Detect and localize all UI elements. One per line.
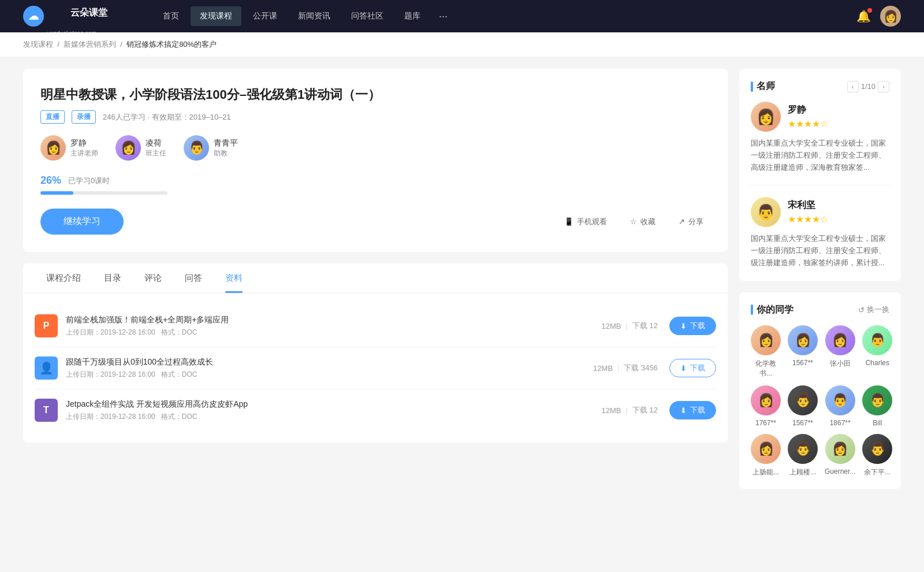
sidebar-teacher-2-name: 宋利坚 bbox=[788, 199, 828, 211]
student-9-name: 上肠能... bbox=[752, 467, 779, 477]
resource-meta-3: 上传日期：2019-12-28 16:00 格式：DOC bbox=[66, 412, 590, 422]
resource-name-1: 前端全栈加强版！前端全栈+全周期+多端应用 bbox=[66, 315, 590, 325]
resource-name-3: Jetpack全组件实战 开发短视频应用高仿皮皮虾App bbox=[66, 399, 590, 410]
student-9-avatar: 👩 bbox=[751, 434, 781, 464]
logo-icon: ☁ bbox=[23, 6, 44, 27]
badge-record: 录播 bbox=[72, 110, 96, 124]
student-5-avatar: 👩 bbox=[751, 385, 781, 415]
nav-home[interactable]: 首页 bbox=[154, 6, 188, 26]
teacher-2-avatar: 👩 bbox=[116, 135, 141, 161]
tab-qa[interactable]: 问答 bbox=[173, 263, 214, 293]
sidebar-teacher-1-avatar: 👩 bbox=[751, 102, 781, 132]
student-2-name: 1567** bbox=[792, 359, 813, 367]
breadcrumb: 发现课程 / 新媒体营销系列 / 销冠修炼术搞定80%的客户 bbox=[0, 32, 924, 57]
nav-more[interactable]: ··· bbox=[432, 6, 454, 27]
tabs-card: 课程介绍 目录 评论 问答 资料 P 前端全栈加强版！前端全栈+全周期+多端应用… bbox=[23, 263, 728, 443]
nav-news[interactable]: 新闻资讯 bbox=[289, 6, 340, 26]
badge-live: 直播 bbox=[40, 110, 65, 124]
refresh-button[interactable]: ↺ 换一换 bbox=[858, 304, 889, 315]
action-buttons: 📱 手机观看 ☆ 收藏 ↗ 分享 bbox=[557, 213, 710, 231]
next-page-button[interactable]: › bbox=[878, 81, 889, 92]
resource-stats-1: 12MB | 下载 12 bbox=[602, 321, 658, 331]
teacher-2-info: 凌荷 班主任 bbox=[146, 138, 166, 158]
teachers-sidebar-card: 名师 ‹ 1/10 › 👩 罗静 ★★★★☆ bbox=[739, 69, 901, 281]
main-container: 明星中教授课，小学阶段语法100分–强化级第1讲动词（一） 直播 录播 246人… bbox=[0, 57, 924, 512]
download-button-3[interactable]: ⬇ 下载 bbox=[669, 401, 716, 419]
student-1-avatar: 👩 bbox=[751, 325, 781, 355]
progress-label: 已学习0课时 bbox=[68, 176, 110, 186]
course-card: 明星中教授课，小学阶段语法100分–强化级第1讲动词（一） 直播 录播 246人… bbox=[23, 69, 728, 252]
header: ☁ 云朵课堂 yunduoketang.com 首页 发现课程 公开课 新闻资讯… bbox=[0, 0, 924, 32]
teacher-1: 👩 罗静 主讲老师 bbox=[40, 135, 98, 161]
user-avatar[interactable]: 👩 bbox=[880, 6, 901, 27]
sidebar: 名师 ‹ 1/10 › 👩 罗静 ★★★★☆ bbox=[739, 69, 901, 500]
sidebar-teacher-2-stars: ★★★★☆ bbox=[788, 214, 828, 225]
main-content: 明星中教授课，小学阶段语法100分–强化级第1讲动词（一） 直播 录播 246人… bbox=[23, 69, 728, 500]
header-right: 🔔 👩 bbox=[856, 6, 901, 27]
download-icon-2: ⬇ bbox=[680, 364, 687, 373]
tabs-header: 课程介绍 目录 评论 问答 资料 bbox=[23, 263, 728, 294]
share-button[interactable]: ↗ 分享 bbox=[672, 213, 710, 231]
student-6-avatar: 👨 bbox=[788, 385, 818, 415]
student-8: 👨 Bill bbox=[862, 385, 892, 427]
teacher-2: 👩 凌荷 班主任 bbox=[116, 135, 166, 161]
logo-text: 云朵课堂 yunduoketang.com bbox=[47, 0, 131, 37]
progress-section: 26% 已学习0课时 bbox=[40, 174, 710, 195]
nav-exam[interactable]: 题库 bbox=[395, 6, 430, 26]
student-6-name: 1567** bbox=[792, 419, 813, 427]
student-7-name: 1867** bbox=[830, 419, 851, 427]
sidebar-teacher-1-name: 罗静 bbox=[788, 104, 828, 116]
continue-learning-button[interactable]: 继续学习 bbox=[40, 209, 124, 235]
sidebar-teacher-1-header: 👩 罗静 ★★★★☆ bbox=[751, 102, 889, 132]
nav-qa[interactable]: 问答社区 bbox=[342, 6, 393, 26]
tab-resources[interactable]: 资料 bbox=[214, 263, 254, 293]
prev-page-button[interactable]: ‹ bbox=[847, 81, 859, 92]
student-4-name: Charles bbox=[866, 359, 889, 367]
student-3-avatar: 👩 bbox=[825, 325, 855, 355]
nav-courses[interactable]: 发现课程 bbox=[191, 6, 241, 26]
download-button-2[interactable]: ⬇ 下载 bbox=[669, 359, 716, 377]
teachers-sidebar-title: 名师 ‹ 1/10 › bbox=[751, 80, 889, 92]
breadcrumb-series[interactable]: 新媒体营销系列 bbox=[64, 40, 116, 49]
breadcrumb-discover[interactable]: 发现课程 bbox=[23, 40, 53, 49]
sidebar-teacher-2: 👨 宋利坚 ★★★★☆ 国内某重点大学安全工程专业硕士，国家一级注册消防工程师、… bbox=[751, 197, 889, 269]
nav-open[interactable]: 公开课 bbox=[244, 6, 286, 26]
student-10: 👨 上顾楼... bbox=[788, 434, 818, 477]
tab-catalog[interactable]: 目录 bbox=[92, 263, 133, 293]
teacher-3-avatar: 👨 bbox=[184, 135, 209, 161]
mobile-watch-button[interactable]: 📱 手机观看 bbox=[557, 213, 614, 231]
tab-review[interactable]: 评论 bbox=[133, 263, 173, 293]
students-grid: 👩 化学教书... 👩 1567** 👩 张小田 👨 Charles 👩 bbox=[751, 325, 889, 477]
refresh-section: ↺ 换一换 bbox=[858, 304, 889, 315]
sidebar-teacher-1: 👩 罗静 ★★★★☆ 国内某重点大学安全工程专业硕士，国家一级注册消防工程师、注… bbox=[751, 102, 889, 185]
resource-name-2: 跟随千万级项目从0到100全过程高效成长 bbox=[66, 357, 582, 367]
progress-bar bbox=[40, 191, 167, 195]
student-11: 👩 Guerner... bbox=[825, 434, 855, 477]
download-button-1[interactable]: ⬇ 下载 bbox=[669, 317, 716, 335]
logo[interactable]: ☁ 云朵课堂 yunduoketang.com bbox=[23, 0, 131, 37]
resource-icon-1: P bbox=[35, 314, 58, 337]
student-5-name: 1767** bbox=[755, 419, 776, 427]
resource-icon-2: 👤 bbox=[35, 356, 58, 380]
sidebar-teacher-2-desc: 国内某重点大学安全工程专业硕士，国家一级注册消防工程师、注册安全工程师、级注册建… bbox=[751, 233, 889, 269]
bell-icon[interactable]: 🔔 bbox=[856, 9, 871, 23]
resource-info-2: 跟随千万级项目从0到100全过程高效成长 上传日期：2019-12-28 16:… bbox=[66, 357, 582, 380]
student-7: 👨 1867** bbox=[825, 385, 855, 427]
teacher-3-info: 青青平 助教 bbox=[214, 138, 238, 158]
teacher-1-info: 罗静 主讲老师 bbox=[70, 138, 98, 158]
tab-intro[interactable]: 课程介绍 bbox=[35, 263, 92, 293]
teacher-1-role: 主讲老师 bbox=[70, 148, 98, 158]
collect-button[interactable]: ☆ 收藏 bbox=[623, 213, 662, 231]
student-2-avatar: 👩 bbox=[788, 325, 818, 355]
teacher-1-avatar: 👩 bbox=[40, 135, 66, 161]
progress-percent: 26% bbox=[40, 174, 61, 187]
resource-stats-3: 12MB | 下载 12 bbox=[602, 405, 658, 415]
student-8-name: Bill bbox=[873, 419, 882, 427]
resource-item-1: P 前端全栈加强版！前端全栈+全周期+多端应用 上传日期：2019-12-28 … bbox=[35, 305, 716, 347]
notification-dot bbox=[867, 8, 872, 13]
refresh-icon: ↺ bbox=[858, 306, 865, 314]
tabs-content: P 前端全栈加强版！前端全栈+全周期+多端应用 上传日期：2019-12-28 … bbox=[23, 294, 728, 443]
student-11-avatar: 👩 bbox=[825, 434, 855, 464]
student-1-name: 化学教书... bbox=[751, 359, 781, 378]
student-11-name: Guerner... bbox=[825, 467, 855, 476]
